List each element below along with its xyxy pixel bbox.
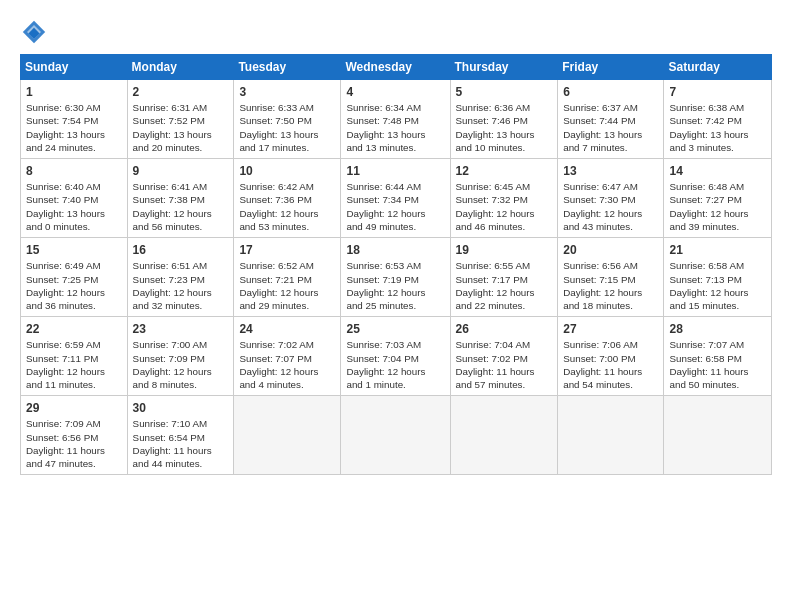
calendar-cell	[450, 396, 558, 475]
day-number: 29	[26, 400, 122, 416]
calendar-cell: 26Sunrise: 7:04 AM Sunset: 7:02 PM Dayli…	[450, 317, 558, 396]
calendar-cell: 4Sunrise: 6:34 AM Sunset: 7:48 PM Daylig…	[341, 80, 450, 159]
day-number: 21	[669, 242, 766, 258]
day-info: Sunrise: 7:06 AM Sunset: 7:00 PM Dayligh…	[563, 338, 658, 391]
calendar-cell: 15Sunrise: 6:49 AM Sunset: 7:25 PM Dayli…	[21, 238, 128, 317]
day-number: 26	[456, 321, 553, 337]
header-cell-sunday: Sunday	[21, 55, 128, 80]
day-number: 28	[669, 321, 766, 337]
header-cell-tuesday: Tuesday	[234, 55, 341, 80]
day-number: 27	[563, 321, 658, 337]
calendar-cell: 8Sunrise: 6:40 AM Sunset: 7:40 PM Daylig…	[21, 159, 128, 238]
logo-icon	[20, 18, 48, 46]
calendar-cell: 5Sunrise: 6:36 AM Sunset: 7:46 PM Daylig…	[450, 80, 558, 159]
day-info: Sunrise: 7:10 AM Sunset: 6:54 PM Dayligh…	[133, 417, 229, 470]
day-number: 25	[346, 321, 444, 337]
calendar-cell: 22Sunrise: 6:59 AM Sunset: 7:11 PM Dayli…	[21, 317, 128, 396]
day-info: Sunrise: 6:31 AM Sunset: 7:52 PM Dayligh…	[133, 101, 229, 154]
day-number: 5	[456, 84, 553, 100]
calendar-cell	[234, 396, 341, 475]
calendar-cell: 7Sunrise: 6:38 AM Sunset: 7:42 PM Daylig…	[664, 80, 772, 159]
calendar-cell: 10Sunrise: 6:42 AM Sunset: 7:36 PM Dayli…	[234, 159, 341, 238]
header-cell-thursday: Thursday	[450, 55, 558, 80]
calendar-cell: 20Sunrise: 6:56 AM Sunset: 7:15 PM Dayli…	[558, 238, 664, 317]
day-number: 23	[133, 321, 229, 337]
calendar-week-0: 1Sunrise: 6:30 AM Sunset: 7:54 PM Daylig…	[21, 80, 772, 159]
day-info: Sunrise: 6:38 AM Sunset: 7:42 PM Dayligh…	[669, 101, 766, 154]
day-info: Sunrise: 6:37 AM Sunset: 7:44 PM Dayligh…	[563, 101, 658, 154]
calendar-cell: 14Sunrise: 6:48 AM Sunset: 7:27 PM Dayli…	[664, 159, 772, 238]
calendar-cell	[341, 396, 450, 475]
day-info: Sunrise: 6:44 AM Sunset: 7:34 PM Dayligh…	[346, 180, 444, 233]
day-number: 11	[346, 163, 444, 179]
calendar-cell	[558, 396, 664, 475]
day-info: Sunrise: 6:59 AM Sunset: 7:11 PM Dayligh…	[26, 338, 122, 391]
day-number: 22	[26, 321, 122, 337]
day-number: 19	[456, 242, 553, 258]
day-number: 14	[669, 163, 766, 179]
day-info: Sunrise: 6:56 AM Sunset: 7:15 PM Dayligh…	[563, 259, 658, 312]
calendar-cell: 12Sunrise: 6:45 AM Sunset: 7:32 PM Dayli…	[450, 159, 558, 238]
calendar-week-3: 22Sunrise: 6:59 AM Sunset: 7:11 PM Dayli…	[21, 317, 772, 396]
day-number: 6	[563, 84, 658, 100]
header-cell-wednesday: Wednesday	[341, 55, 450, 80]
day-info: Sunrise: 6:47 AM Sunset: 7:30 PM Dayligh…	[563, 180, 658, 233]
calendar-cell: 28Sunrise: 7:07 AM Sunset: 6:58 PM Dayli…	[664, 317, 772, 396]
calendar-cell: 11Sunrise: 6:44 AM Sunset: 7:34 PM Dayli…	[341, 159, 450, 238]
day-info: Sunrise: 6:42 AM Sunset: 7:36 PM Dayligh…	[239, 180, 335, 233]
logo	[20, 18, 54, 46]
calendar-cell: 6Sunrise: 6:37 AM Sunset: 7:44 PM Daylig…	[558, 80, 664, 159]
calendar-week-2: 15Sunrise: 6:49 AM Sunset: 7:25 PM Dayli…	[21, 238, 772, 317]
day-number: 10	[239, 163, 335, 179]
header-cell-friday: Friday	[558, 55, 664, 80]
day-info: Sunrise: 6:55 AM Sunset: 7:17 PM Dayligh…	[456, 259, 553, 312]
calendar-cell: 16Sunrise: 6:51 AM Sunset: 7:23 PM Dayli…	[127, 238, 234, 317]
day-number: 15	[26, 242, 122, 258]
day-info: Sunrise: 7:00 AM Sunset: 7:09 PM Dayligh…	[133, 338, 229, 391]
calendar-cell: 27Sunrise: 7:06 AM Sunset: 7:00 PM Dayli…	[558, 317, 664, 396]
calendar-cell: 2Sunrise: 6:31 AM Sunset: 7:52 PM Daylig…	[127, 80, 234, 159]
calendar-cell: 30Sunrise: 7:10 AM Sunset: 6:54 PM Dayli…	[127, 396, 234, 475]
day-info: Sunrise: 6:30 AM Sunset: 7:54 PM Dayligh…	[26, 101, 122, 154]
day-number: 3	[239, 84, 335, 100]
calendar-cell: 19Sunrise: 6:55 AM Sunset: 7:17 PM Dayli…	[450, 238, 558, 317]
day-info: Sunrise: 7:04 AM Sunset: 7:02 PM Dayligh…	[456, 338, 553, 391]
day-number: 2	[133, 84, 229, 100]
day-number: 7	[669, 84, 766, 100]
calendar-week-4: 29Sunrise: 7:09 AM Sunset: 6:56 PM Dayli…	[21, 396, 772, 475]
page: SundayMondayTuesdayWednesdayThursdayFrid…	[0, 0, 792, 485]
calendar-cell: 13Sunrise: 6:47 AM Sunset: 7:30 PM Dayli…	[558, 159, 664, 238]
day-number: 4	[346, 84, 444, 100]
calendar-cell: 17Sunrise: 6:52 AM Sunset: 7:21 PM Dayli…	[234, 238, 341, 317]
day-info: Sunrise: 6:58 AM Sunset: 7:13 PM Dayligh…	[669, 259, 766, 312]
day-info: Sunrise: 6:45 AM Sunset: 7:32 PM Dayligh…	[456, 180, 553, 233]
day-info: Sunrise: 6:33 AM Sunset: 7:50 PM Dayligh…	[239, 101, 335, 154]
day-info: Sunrise: 6:52 AM Sunset: 7:21 PM Dayligh…	[239, 259, 335, 312]
day-number: 30	[133, 400, 229, 416]
day-number: 17	[239, 242, 335, 258]
calendar-cell: 29Sunrise: 7:09 AM Sunset: 6:56 PM Dayli…	[21, 396, 128, 475]
calendar-cell: 9Sunrise: 6:41 AM Sunset: 7:38 PM Daylig…	[127, 159, 234, 238]
day-number: 16	[133, 242, 229, 258]
header	[20, 18, 772, 46]
day-info: Sunrise: 7:03 AM Sunset: 7:04 PM Dayligh…	[346, 338, 444, 391]
day-number: 13	[563, 163, 658, 179]
day-info: Sunrise: 7:09 AM Sunset: 6:56 PM Dayligh…	[26, 417, 122, 470]
day-number: 24	[239, 321, 335, 337]
day-info: Sunrise: 6:53 AM Sunset: 7:19 PM Dayligh…	[346, 259, 444, 312]
day-info: Sunrise: 6:48 AM Sunset: 7:27 PM Dayligh…	[669, 180, 766, 233]
calendar-cell: 18Sunrise: 6:53 AM Sunset: 7:19 PM Dayli…	[341, 238, 450, 317]
header-row: SundayMondayTuesdayWednesdayThursdayFrid…	[21, 55, 772, 80]
header-cell-monday: Monday	[127, 55, 234, 80]
day-number: 12	[456, 163, 553, 179]
calendar-table: SundayMondayTuesdayWednesdayThursdayFrid…	[20, 54, 772, 475]
calendar-cell: 1Sunrise: 6:30 AM Sunset: 7:54 PM Daylig…	[21, 80, 128, 159]
day-number: 9	[133, 163, 229, 179]
calendar-cell	[664, 396, 772, 475]
calendar-week-1: 8Sunrise: 6:40 AM Sunset: 7:40 PM Daylig…	[21, 159, 772, 238]
calendar-cell: 25Sunrise: 7:03 AM Sunset: 7:04 PM Dayli…	[341, 317, 450, 396]
day-info: Sunrise: 6:34 AM Sunset: 7:48 PM Dayligh…	[346, 101, 444, 154]
calendar-cell: 24Sunrise: 7:02 AM Sunset: 7:07 PM Dayli…	[234, 317, 341, 396]
day-number: 1	[26, 84, 122, 100]
day-info: Sunrise: 7:07 AM Sunset: 6:58 PM Dayligh…	[669, 338, 766, 391]
